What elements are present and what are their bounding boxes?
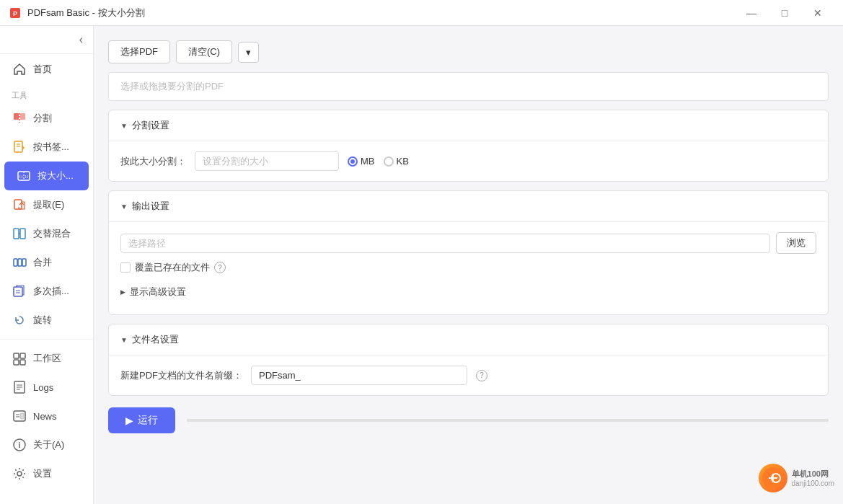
main-content: 选择PDF 清空(C) ▾ 选择或拖拽要分割的PDF ▼ 分割设置 按此大小分割… (94, 26, 843, 504)
dropdown-arrow-button[interactable]: ▾ (238, 42, 259, 63)
sidebar-collapse-button[interactable]: ‹ (76, 32, 86, 48)
overwrite-label: 覆盖已存在的文件 (135, 261, 210, 274)
kb-label: KB (397, 156, 409, 167)
sidebar-item-alternate[interactable]: 交替混合 (0, 219, 93, 248)
app-body: ‹ 首页 工具 分割 (0, 26, 843, 504)
filename-settings-title: 文件名设置 (132, 333, 179, 346)
sidebar-item-size[interactable]: H H 按大小... (4, 162, 89, 190)
logs-label: Logs (33, 382, 53, 393)
sidebar-item-split[interactable]: 分割 (0, 104, 93, 133)
run-play-icon: ▶ (125, 415, 133, 426)
svg-point-37 (17, 472, 22, 476)
multipages-label: 多次插... (33, 285, 69, 298)
output-settings-card: ▼ 输出设置 浏览 覆盖已存在的文件 ? ▶ 显示高级设置 (108, 190, 829, 315)
progress-bar-container (187, 419, 829, 422)
svg-rect-3 (20, 113, 25, 120)
svg-rect-2 (14, 113, 19, 120)
bookmark-icon (12, 139, 27, 155)
filename-prefix-input[interactable] (251, 366, 467, 385)
filename-settings-header[interactable]: ▼ 文件名设置 (109, 324, 828, 355)
watermark-site-name: 单机100网 (792, 469, 834, 479)
size-label: 按大小... (37, 169, 74, 182)
select-pdf-button[interactable]: 选择PDF (108, 40, 170, 63)
sidebar-item-about[interactable]: i 关于(A) (0, 430, 93, 459)
home-label: 首页 (33, 63, 52, 76)
toolbar: 选择PDF 清空(C) ▾ (108, 40, 829, 63)
sidebar-item-news[interactable]: News (0, 402, 93, 430)
kb-radio[interactable]: KB (384, 156, 409, 167)
advanced-arrow-icon: ▶ (120, 288, 125, 296)
unit-radio-group: MB KB (348, 156, 409, 167)
split-settings-header[interactable]: ▼ 分割设置 (109, 110, 828, 141)
path-input[interactable] (120, 234, 770, 253)
extract-icon (12, 197, 27, 213)
svg-rect-15 (20, 229, 25, 239)
about-icon: i (12, 437, 27, 453)
close-button[interactable]: ✕ (801, 0, 834, 26)
svg-text:P: P (13, 10, 17, 17)
browse-button[interactable]: 浏览 (776, 232, 816, 254)
sidebar-item-merge[interactable]: 合并 (0, 248, 93, 277)
overwrite-checkbox[interactable] (120, 262, 131, 273)
mb-radio[interactable]: MB (348, 156, 375, 167)
home-icon (12, 61, 27, 77)
filename-settings-body: 新建PDF文档的文件名前缀： ? (109, 355, 828, 395)
overwrite-row: 覆盖已存在的文件 ? (120, 261, 816, 274)
sidebar-item-extract[interactable]: 提取(E) (0, 190, 93, 219)
svg-text:H: H (25, 174, 28, 179)
about-label: 关于(A) (33, 438, 64, 451)
news-label: News (33, 411, 57, 422)
sidebar-toggle-area: ‹ (0, 26, 93, 54)
split-settings-title: 分割设置 (132, 119, 169, 132)
maximize-button[interactable]: □ (768, 0, 801, 26)
sidebar-item-workspace[interactable]: 工作区 (0, 344, 93, 373)
split-label: 分割 (33, 112, 52, 125)
sidebar-divider-1 (0, 339, 93, 340)
svg-rect-34 (20, 413, 24, 419)
path-row: 浏览 (120, 232, 816, 254)
app-icon: P (9, 6, 22, 19)
rotate-icon (12, 312, 27, 328)
advanced-settings-header[interactable]: ▶ 显示高级设置 (120, 280, 816, 304)
alternate-label: 交替混合 (33, 227, 71, 240)
output-settings-header[interactable]: ▼ 输出设置 (109, 191, 828, 222)
svg-rect-26 (20, 360, 25, 365)
window-controls: — □ ✕ (735, 0, 834, 26)
merge-label: 合并 (33, 256, 52, 269)
clear-button[interactable]: 清空(C) (176, 40, 232, 63)
filename-prefix-label: 新建PDF文档的文件名前缀： (120, 369, 242, 382)
sidebar-item-home[interactable]: 首页 (0, 54, 93, 84)
title-bar-left: P PDFsam Basic - 按大小分割 (9, 6, 145, 19)
workspace-label: 工作区 (33, 352, 61, 365)
filename-help-icon[interactable]: ? (476, 370, 487, 381)
tools-section-label: 工具 (0, 84, 93, 104)
filename-settings-card: ▼ 文件名设置 新建PDF文档的文件名前缀： ? (108, 324, 829, 396)
sidebar-item-bookmark[interactable]: 按书签... (0, 133, 93, 162)
svg-rect-14 (14, 229, 19, 239)
sidebar-item-settings[interactable]: 设置 (0, 459, 93, 488)
sidebar-item-multipages[interactable]: 多次插... (0, 277, 93, 306)
file-drop-placeholder: 选择或拖拽要分割的PDF (120, 81, 224, 92)
watermark-text: 单机100网 danji100.com (792, 469, 834, 487)
split-size-input[interactable] (195, 151, 339, 171)
file-drop-area[interactable]: 选择或拖拽要分割的PDF (108, 72, 829, 101)
run-label: 运行 (138, 414, 158, 427)
minimize-button[interactable]: — (735, 0, 768, 26)
svg-rect-18 (18, 259, 22, 266)
filename-settings-arrow: ▼ (120, 336, 128, 344)
progress-bar (187, 419, 829, 422)
split-settings-card: ▼ 分割设置 按此大小分割： MB KB (108, 110, 829, 182)
sidebar-item-rotate[interactable]: 旋转 (0, 306, 93, 335)
title-bar: P PDFsam Basic - 按大小分割 — □ ✕ (0, 0, 843, 26)
svg-text:H: H (19, 174, 22, 179)
svg-text:i: i (18, 441, 20, 449)
sidebar-item-logs[interactable]: Logs (0, 373, 93, 402)
multipages-icon (12, 283, 27, 299)
alternate-icon (12, 226, 27, 242)
watermark-icon (759, 464, 787, 492)
overwrite-help-icon[interactable]: ? (214, 262, 226, 273)
split-size-row: 按此大小分割： MB KB (120, 151, 816, 171)
svg-rect-23 (14, 353, 19, 358)
run-button[interactable]: ▶ 运行 (108, 407, 175, 433)
run-section: ▶ 运行 (108, 407, 829, 433)
